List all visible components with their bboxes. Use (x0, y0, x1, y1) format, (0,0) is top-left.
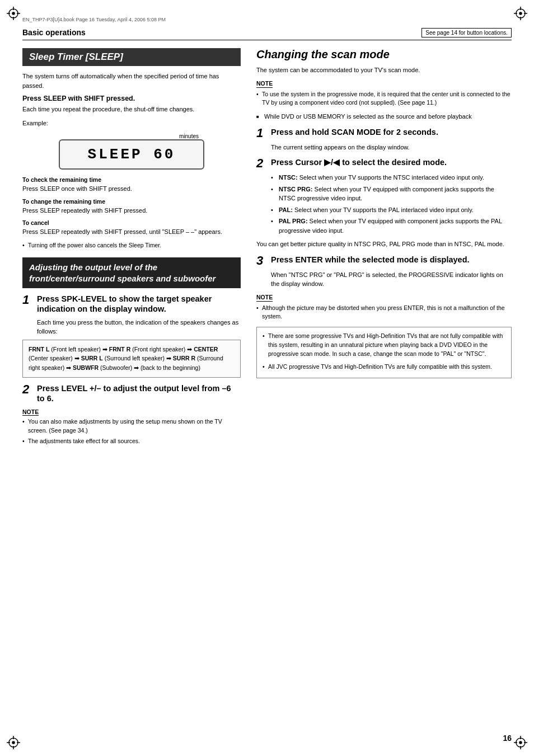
scan-bullet-pal-prg-label: PAL PRG: (279, 218, 308, 224)
sleep-display: SLEEP 60 (59, 139, 204, 170)
scan-step3-body: When "NTSC PRG" or "PAL PRG" is selected… (271, 270, 512, 289)
adjust-step1-body: Each time you press the button, the indi… (37, 318, 241, 336)
scan-box-note1: There are some progressive TVs and High-… (263, 332, 505, 358)
page-header: Basic operations See page 14 for button … (22, 28, 512, 40)
scan-step3-num: 3 (256, 255, 269, 267)
adjust-step1-num: 1 (22, 294, 35, 306)
scan-note2-1: Although the picture may be distorted wh… (256, 304, 512, 322)
adjusting-section: Adjusting the output level of the front/… (22, 257, 241, 445)
corner-mark-br (514, 736, 527, 749)
scan-note1: To use the system in the progressive mod… (256, 90, 512, 108)
scan-step2-title: Press Cursor ▶/◀ to select the desired m… (271, 157, 447, 167)
scan-step3-title: Press ENTER while the selected mode is d… (271, 255, 470, 265)
scan-bullet-pal-label: PAL: (279, 206, 293, 213)
page: EN_THP7-P3[U]4.book Page 16 Tuesday, Apr… (0, 0, 534, 756)
minutes-label-container: minutes (59, 133, 204, 139)
scan-quality-text: You can get better picture quality in NT… (256, 240, 512, 249)
adjust-note-section: NOTE You can also make adjustments by us… (22, 408, 241, 445)
scan-bullet-ntsc: NTSC: Select when your TV supports the N… (271, 173, 512, 182)
svg-point-7 (519, 12, 522, 15)
scan-step1-heading: 1 Press and hold SCAN MODE for 2 seconds… (256, 127, 512, 139)
scan-step3-heading: 3 Press ENTER while the selected mode is… (256, 255, 512, 267)
scan-note-section: NOTE To use the system in the progressiv… (256, 79, 512, 108)
svg-point-19 (519, 741, 522, 744)
sleep-shift-body: Each time you repeat the procedure, the … (22, 105, 241, 114)
corner-mark-tl (7, 7, 20, 20)
header-note: See page 14 for button locations. (421, 28, 512, 37)
cancel-label: To cancel (22, 219, 241, 226)
corner-mark-tr (514, 7, 527, 20)
check-body: Press SLEEP once with SHIFT pressed. (22, 184, 241, 194)
scan-step1-title: Press and hold SCAN MODE for 2 seconds. (271, 127, 438, 137)
scan-note-label: NOTE (256, 80, 273, 88)
header-title: Basic operations (22, 28, 86, 37)
scan-step2-num: 2 (256, 157, 269, 170)
adjust-step2-num: 2 (22, 383, 35, 396)
scan-bullet-pal-body: Select when your TV supports the PAL int… (294, 206, 474, 213)
scan-bullet-ntsc-body: Select when your TV supports the NTSC in… (299, 174, 484, 181)
adjust-step2-heading: 2 Press LEVEL +/– to adjust the output l… (22, 383, 241, 403)
check-label: To check the remaining time (22, 176, 241, 183)
scan-bullet-pal-prg-body: Select when your TV equipped with compon… (279, 218, 502, 234)
minutes-label: minutes (59, 133, 204, 139)
scan-mode-title: Changing the scan mode (256, 48, 512, 61)
page-number: 16 (503, 734, 512, 743)
svg-point-1 (12, 12, 15, 15)
corner-mark-bl (7, 736, 20, 749)
scan-step2-heading: 2 Press Cursor ▶/◀ to select the desired… (256, 157, 512, 170)
sleep-timer-intro: The system turns off automatically when … (22, 72, 241, 90)
sleep-timer-title: Sleep Timer [SLEEP] (22, 48, 241, 66)
change-body: Press SLEEP repeatedly with SHIFT presse… (22, 206, 241, 215)
scan-intro: The system can be accommodated to your T… (256, 65, 512, 75)
cancel-body: Press SLEEP repeatedly with SHIFT presse… (22, 227, 241, 237)
scan-note-box: There are some progressive TVs and High-… (256, 327, 512, 378)
scan-bullets: NTSC: Select when your TV supports the N… (271, 173, 512, 235)
scan-step1-body: The current setting appears on the displ… (271, 143, 512, 152)
adjust-step2-title: Press LEVEL +/– to adjust the output lev… (37, 383, 241, 403)
scan-box-note2: All JVC progressive TVs and High-Definit… (263, 363, 505, 372)
scan-step1-num: 1 (256, 127, 269, 139)
scan-bullet-pal: PAL: Select when your TV supports the PA… (271, 205, 512, 215)
two-column-layout: Sleep Timer [SLEEP] The system turns off… (22, 48, 512, 450)
file-info: EN_THP7-P3[U]4.book Page 16 Tuesday, Apr… (22, 17, 512, 22)
svg-point-13 (12, 741, 15, 744)
scan-note2-section: NOTE Although the picture may be distort… (256, 293, 512, 322)
left-column: Sleep Timer [SLEEP] The system turns off… (22, 48, 241, 450)
adjust-note1: You can also make adjustments by using t… (22, 417, 241, 435)
adjust-step1-title: Press SPK-LEVEL to show the target speak… (37, 294, 241, 314)
adjust-step1-heading: 1 Press SPK-LEVEL to show the target spe… (22, 294, 241, 314)
speaker-chain-box: FRNT L (Front left speaker) ➡ FRNT R (Fr… (22, 340, 241, 378)
change-label: To change the remaining time (22, 198, 241, 205)
scan-bullet-ntsc-prg-label: NTSC PRG: (279, 186, 313, 192)
sleep-shift-heading: Press SLEEP with SHIFT pressed. (22, 95, 241, 102)
example-label: Example: (22, 119, 241, 128)
adjust-note-label: NOTE (22, 408, 39, 416)
scan-while-label: While DVD or USB MEMORY is selected as t… (256, 112, 512, 121)
adjusting-title: Adjusting the output level of the front/… (22, 257, 241, 288)
scan-bullet-ntsc-prg: NTSC PRG: Select when your TV equipped w… (271, 185, 512, 203)
scan-bullet-ntsc-label: NTSC: (279, 174, 298, 181)
scan-note2-label: NOTE (256, 294, 273, 302)
cancel-note: Turning off the power also cancels the S… (22, 241, 241, 250)
scan-bullet-pal-prg: PAL PRG: Select when your TV equipped wi… (271, 217, 512, 235)
right-column: Changing the scan mode The system can be… (256, 48, 512, 450)
adjust-note2: The adjustments take effect for all sour… (22, 437, 241, 446)
display-box-container: minutes SLEEP 60 (22, 133, 241, 170)
